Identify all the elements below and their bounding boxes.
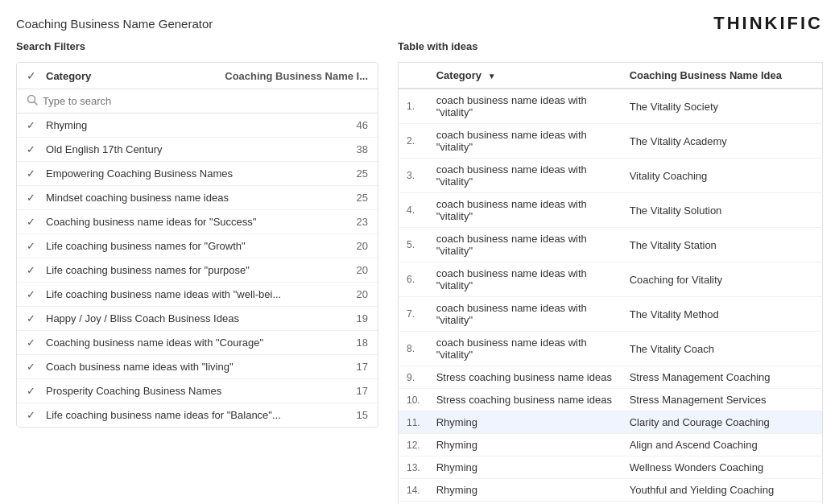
- row-name-idea: Coaching for Vitality: [622, 262, 823, 297]
- row-category: Stress coaching business name ideas: [428, 366, 622, 389]
- row-num: 7.: [399, 297, 428, 332]
- table-row: 15. Rhyming Heart and Soul Coaching: [399, 502, 823, 505]
- filter-label: Coaching business name ideas for "Succes…: [46, 216, 357, 228]
- app-title: Coaching Business Name Generator: [16, 17, 213, 31]
- row-num: 1.: [399, 89, 428, 124]
- filter-check-icon: ✓: [27, 119, 39, 131]
- table-row: 14. Rhyming Youthful and Yielding Coachi…: [399, 479, 823, 502]
- filter-row[interactable]: ✓ Old English 17th Century 38: [17, 138, 378, 162]
- search-icon: [27, 94, 38, 108]
- filter-header-name-label: Coaching Business Name I...: [225, 70, 368, 82]
- row-num: 9.: [399, 366, 428, 389]
- table-row: 5. coach business name ideas with "vital…: [399, 228, 823, 262]
- filter-row[interactable]: ✓ Coaching business name ideas with "Cou…: [17, 331, 378, 355]
- table-row: 4. coach business name ideas with "vital…: [399, 193, 823, 228]
- row-category: coach business name ideas with "vitality…: [428, 297, 622, 332]
- row-name-idea: Stress Management Services: [622, 389, 823, 411]
- row-num: 3.: [399, 159, 428, 193]
- filter-count: 38: [357, 143, 368, 155]
- left-panel: Search Filters ✓ Category Coaching Busin…: [16, 40, 378, 504]
- filter-count: 19: [357, 312, 368, 324]
- filter-row[interactable]: ✓ Mindset coaching business name ideas 2…: [17, 186, 378, 210]
- filter-row[interactable]: ✓ Coaching business name ideas for "Succ…: [17, 210, 378, 234]
- filter-label: Coach business name ideas with "living": [46, 361, 357, 373]
- filter-count: 15: [357, 409, 368, 421]
- table-row: 10. Stress coaching business name ideas …: [399, 389, 823, 411]
- filter-check-icon: ✓: [27, 192, 39, 204]
- col-header-name-idea: Coaching Business Name Idea: [622, 63, 823, 89]
- row-num: 5.: [399, 228, 428, 262]
- table-row: 11. Rhyming Clarity and Courage Coaching: [399, 411, 823, 434]
- col-header-category[interactable]: Category ▼: [428, 63, 622, 89]
- filter-row[interactable]: ✓ Happy / Joy / Bliss Coach Business Ide…: [17, 307, 378, 331]
- table-row: 6. coach business name ideas with "vital…: [399, 262, 823, 297]
- filter-count: 20: [357, 288, 368, 300]
- filter-row[interactable]: ✓ Life coaching business name ideas with…: [17, 283, 378, 307]
- table-row: 1. coach business name ideas with "vital…: [399, 89, 823, 124]
- filter-count: 18: [357, 337, 368, 349]
- row-name-idea: The Vitality Society: [622, 89, 823, 124]
- table-header-row: Category ▼ Coaching Business Name Idea: [399, 63, 823, 89]
- filter-count: 20: [357, 240, 368, 252]
- ideas-tbody: 1. coach business name ideas with "vital…: [399, 89, 823, 504]
- row-category: Rhyming: [428, 502, 622, 505]
- filter-row[interactable]: ✓ Prosperity Coaching Business Names 17: [17, 379, 378, 403]
- row-num: 13.: [399, 456, 428, 479]
- row-name-idea: Clarity and Courage Coaching: [622, 411, 823, 434]
- row-category: coach business name ideas with "vitality…: [428, 262, 622, 297]
- row-num: 6.: [399, 262, 428, 297]
- row-num: 14.: [399, 479, 428, 502]
- row-category: coach business name ideas with "vitality…: [428, 228, 622, 262]
- table-title: Table with ideas: [398, 40, 823, 52]
- row-num: 2.: [399, 124, 428, 159]
- row-category: coach business name ideas with "vitality…: [428, 89, 622, 124]
- filter-row[interactable]: ✓ Coach business name ideas with "living…: [17, 355, 378, 379]
- filter-count: 23: [357, 216, 368, 228]
- app-header: Coaching Business Name Generator THINKIF…: [0, 0, 839, 40]
- filter-count: 17: [357, 385, 368, 397]
- row-category: Rhyming: [428, 479, 622, 502]
- filter-check-icon: ✓: [27, 143, 39, 155]
- sort-icon: ▼: [488, 72, 496, 81]
- table-row: 13. Rhyming Wellness Wonders Coaching: [399, 456, 823, 479]
- filter-row[interactable]: ✓ Life coaching business names for "purp…: [17, 258, 378, 283]
- row-category: coach business name ideas with "vitality…: [428, 159, 622, 193]
- filter-row[interactable]: ✓ Rhyming 46: [17, 114, 378, 138]
- filter-check-icon: ✓: [27, 361, 39, 373]
- filter-count: 17: [357, 361, 368, 373]
- table-row: 7. coach business name ideas with "vital…: [399, 297, 823, 332]
- header-check-icon: ✓: [27, 69, 39, 82]
- row-name-idea: The Vitality Coach: [622, 332, 823, 366]
- filter-table: ✓ Category Coaching Business Name I... ✓…: [16, 62, 378, 428]
- filter-label: Rhyming: [46, 119, 357, 131]
- filter-count: 25: [357, 192, 368, 204]
- row-name-idea: Stress Management Coaching: [622, 366, 823, 389]
- svg-line-1: [35, 102, 38, 105]
- table-row: 2. coach business name ideas with "vital…: [399, 124, 823, 159]
- row-num: 4.: [399, 193, 428, 228]
- row-name-idea: The Vitality Academy: [622, 124, 823, 159]
- row-num: 12.: [399, 434, 428, 456]
- filter-label: Life coaching business name ideas with "…: [46, 288, 357, 300]
- row-name-idea: The Vitality Method: [622, 297, 823, 332]
- row-category: coach business name ideas with "vitality…: [428, 124, 622, 159]
- row-num: 8.: [399, 332, 428, 366]
- row-num: 10.: [399, 389, 428, 411]
- filters-panel-title: Search Filters: [16, 40, 378, 52]
- filter-row[interactable]: ✓ Life coaching business names for "Grow…: [17, 234, 378, 258]
- table-row: 3. coach business name ideas with "vital…: [399, 159, 823, 193]
- table-row: 9. Stress coaching business name ideas S…: [399, 366, 823, 389]
- col-header-num: [399, 63, 428, 89]
- filter-check-icon: ✓: [27, 312, 39, 324]
- filter-check-icon: ✓: [27, 167, 39, 180]
- row-category: coach business name ideas with "vitality…: [428, 193, 622, 228]
- filter-label: Life coaching business names for "purpos…: [46, 264, 357, 276]
- filter-label: Prosperity Coaching Business Names: [46, 385, 357, 397]
- filter-label: Old English 17th Century: [46, 143, 357, 155]
- filter-row[interactable]: ✓ Empowering Coaching Business Names 25: [17, 162, 378, 186]
- table-row: 12. Rhyming Align and Ascend Coaching: [399, 434, 823, 456]
- search-input[interactable]: [43, 95, 368, 107]
- filter-row[interactable]: ✓ Life coaching business name ideas for …: [17, 403, 378, 427]
- table-row: 8. coach business name ideas with "vital…: [399, 332, 823, 366]
- main-layout: Search Filters ✓ Category Coaching Busin…: [0, 40, 839, 504]
